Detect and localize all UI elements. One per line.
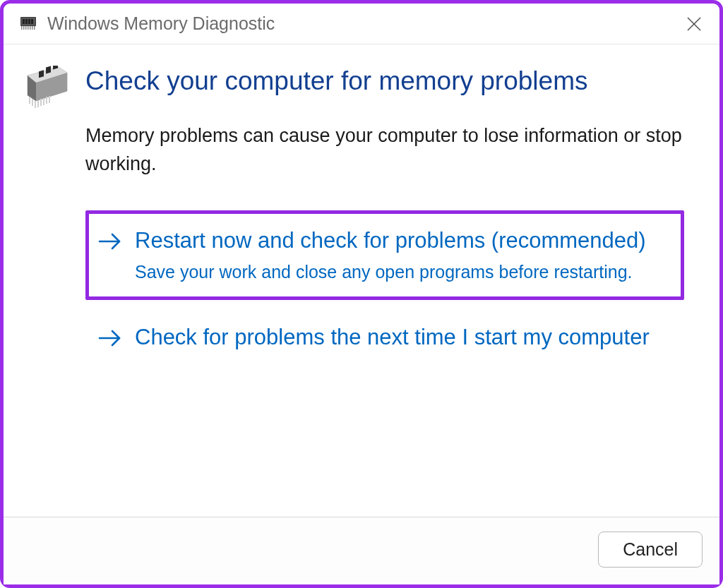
arrow-right-icon — [97, 230, 125, 253]
footer: Cancel — [4, 517, 719, 584]
memory-chip-icon — [25, 66, 70, 111]
page-heading: Check your computer for memory problems — [85, 66, 684, 97]
window-title: Windows Memory Diagnostic — [47, 13, 684, 34]
option-restart-now[interactable]: Restart now and check for problems (reco… — [85, 210, 684, 300]
svg-rect-29 — [49, 96, 50, 103]
svg-rect-4 — [28, 19, 30, 24]
titlebar: Windows Memory Diagnostic — [4, 4, 719, 44]
svg-rect-22 — [29, 97, 30, 104]
svg-rect-10 — [30, 26, 31, 30]
svg-rect-27 — [43, 98, 44, 105]
svg-rect-11 — [32, 26, 33, 30]
memory-diagnostic-window: Windows Memory Diagnostic — [0, 0, 723, 588]
svg-rect-24 — [35, 101, 36, 108]
svg-rect-12 — [34, 26, 35, 30]
memory-chip-small-icon — [19, 15, 37, 33]
option-next-time-title: Check for problems the next time I start… — [135, 323, 670, 352]
svg-rect-8 — [25, 26, 27, 30]
option-restart-now-subtitle: Save your work and close any open progra… — [135, 260, 670, 284]
svg-rect-5 — [31, 19, 33, 24]
option-restart-now-text: Restart now and check for problems (reco… — [135, 226, 670, 284]
page-description: Memory problems can cause your computer … — [85, 122, 684, 177]
svg-rect-2 — [23, 19, 25, 24]
svg-rect-3 — [25, 19, 28, 24]
svg-rect-9 — [28, 26, 29, 30]
close-icon[interactable] — [684, 14, 704, 34]
svg-rect-23 — [32, 99, 33, 106]
cancel-button[interactable]: Cancel — [598, 532, 703, 568]
arrow-right-icon — [97, 327, 125, 349]
option-next-time[interactable]: Check for problems the next time I start… — [85, 307, 684, 368]
svg-rect-28 — [46, 97, 47, 104]
content-area: Check your computer for memory problems … — [4, 44, 719, 517]
svg-rect-25 — [37, 100, 39, 107]
svg-rect-6 — [21, 26, 23, 30]
svg-rect-26 — [40, 99, 42, 106]
option-next-time-text: Check for problems the next time I start… — [135, 323, 670, 352]
svg-rect-7 — [23, 26, 25, 30]
content-body: Check your computer for memory problems … — [85, 66, 698, 503]
option-restart-now-title: Restart now and check for problems (reco… — [135, 226, 670, 256]
